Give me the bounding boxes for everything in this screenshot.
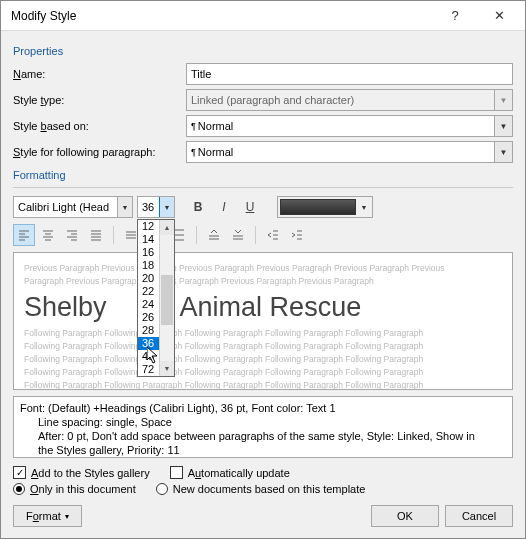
- basedon-label: Style based on:: [13, 120, 178, 132]
- following-label: Style for following paragraph:: [13, 146, 178, 158]
- description-box: Font: (Default) +Headings (Calibri Light…: [13, 396, 513, 458]
- new-documents-radio[interactable]: [156, 483, 168, 495]
- basedon-combo[interactable]: ¶Normal ▼: [186, 115, 513, 137]
- title-bar: Modify Style ? ✕: [1, 1, 525, 31]
- chevron-down-icon[interactable]: ▼: [117, 197, 132, 217]
- font-size-combo[interactable]: 36 ▼ 121416182022242628364872 ▲ ▼: [137, 196, 175, 218]
- indent-increase-button[interactable]: [286, 224, 308, 246]
- chevron-down-icon[interactable]: ▼: [494, 116, 512, 136]
- sample-text: Shelbyld Animal Rescue: [24, 292, 502, 323]
- preview-panel: Previous Paragraph Previous Paragraph Pr…: [13, 252, 513, 390]
- ok-button[interactable]: OK: [371, 505, 439, 527]
- window-title: Modify Style: [11, 9, 433, 23]
- chevron-down-icon: ▼: [494, 90, 512, 110]
- italic-button[interactable]: I: [213, 196, 235, 218]
- only-document-label: Only in this document: [30, 483, 136, 495]
- chevron-down-icon[interactable]: ▼: [159, 197, 174, 217]
- space-before-inc-button[interactable]: [203, 224, 225, 246]
- chevron-down-icon[interactable]: ▼: [494, 142, 512, 162]
- help-button[interactable]: ?: [433, 1, 477, 30]
- styletype-combo: Linked (paragraph and character) ▼: [186, 89, 513, 111]
- modify-style-dialog: Modify Style ? ✕ Properties Name: Title …: [0, 0, 526, 539]
- format-button[interactable]: Format▾: [13, 505, 82, 527]
- auto-update-label: Automatically update: [188, 467, 290, 479]
- name-label: Name:: [13, 68, 178, 80]
- align-right-button[interactable]: [61, 224, 83, 246]
- only-document-radio[interactable]: [13, 483, 25, 495]
- add-gallery-checkbox[interactable]: ✓: [13, 466, 26, 479]
- scroll-up-icon[interactable]: ▲: [160, 220, 174, 235]
- styletype-label: Style type:: [13, 94, 178, 106]
- font-combo[interactable]: Calibri Light (Head ▼: [13, 196, 133, 218]
- auto-update-checkbox[interactable]: [170, 466, 183, 479]
- align-justify-button[interactable]: [85, 224, 107, 246]
- add-gallery-label: Add to the Styles gallery: [31, 467, 150, 479]
- chevron-down-icon[interactable]: ▼: [358, 204, 370, 211]
- font-size-dropdown: 121416182022242628364872 ▲ ▼: [137, 219, 175, 377]
- space-before-dec-button[interactable]: [227, 224, 249, 246]
- bold-button[interactable]: B: [187, 196, 209, 218]
- formatting-section-label: Formatting: [13, 169, 513, 181]
- properties-section-label: Properties: [13, 45, 513, 57]
- close-button[interactable]: ✕: [477, 1, 521, 30]
- align-center-button[interactable]: [37, 224, 59, 246]
- new-documents-label: New documents based on this template: [173, 483, 366, 495]
- cancel-button[interactable]: Cancel: [445, 505, 513, 527]
- color-swatch: [280, 199, 356, 215]
- following-combo[interactable]: ¶Normal ▼: [186, 141, 513, 163]
- name-input[interactable]: Title: [186, 63, 513, 85]
- align-left-button[interactable]: [13, 224, 35, 246]
- scrollbar[interactable]: ▲ ▼: [159, 220, 174, 376]
- font-color-button[interactable]: ▼: [277, 196, 373, 218]
- indent-decrease-button[interactable]: [262, 224, 284, 246]
- underline-button[interactable]: U: [239, 196, 261, 218]
- scroll-down-icon[interactable]: ▼: [160, 361, 174, 376]
